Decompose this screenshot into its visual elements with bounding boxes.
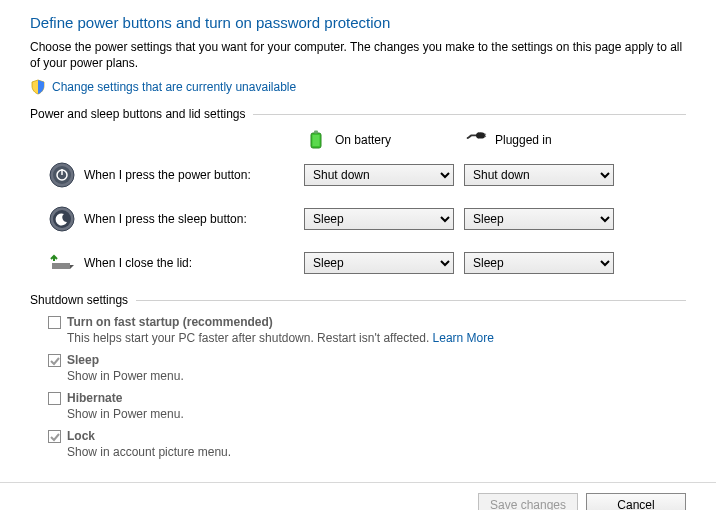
col-plugged-in-label: Plugged in — [495, 133, 552, 147]
close-lid-plugged-in-select[interactable]: Do nothingSleepHibernateShut down — [464, 252, 614, 274]
section-shutdown-settings-label: Shutdown settings — [30, 293, 128, 307]
row-sleep-button: When I press the sleep button: Do nothin… — [30, 205, 686, 233]
change-settings-link-row[interactable]: Change settings that are currently unava… — [30, 79, 686, 95]
divider — [136, 300, 686, 301]
close-lid-on-battery-select[interactable]: Do nothingSleepHibernateShut down — [304, 252, 454, 274]
row-power-button-label: When I press the power button: — [84, 168, 304, 182]
row-sleep-button-label: When I press the sleep button: — [84, 212, 304, 226]
battery-icon — [305, 129, 327, 151]
change-settings-link[interactable]: Change settings that are currently unava… — [52, 80, 296, 94]
sleep-button-icon — [48, 205, 76, 233]
column-headers: On battery Plugged in — [30, 129, 686, 151]
close-lid-icon — [48, 249, 76, 277]
footer-divider — [0, 482, 716, 483]
checkbox-fast-startup-row: Turn on fast startup (recommended) — [48, 315, 686, 329]
col-plugged-in: Plugged in — [465, 129, 615, 151]
checkbox-lock — [48, 430, 61, 443]
row-close-lid: When I close the lid: Do nothingSleepHib… — [30, 249, 686, 277]
svg-point-3 — [476, 133, 485, 139]
checkbox-hibernate-desc: Show in Power menu. — [48, 407, 686, 421]
svg-rect-2 — [313, 135, 320, 146]
power-button-on-battery-select[interactable]: Do nothingSleepHibernateShut down — [304, 164, 454, 186]
checkbox-sleep-label: Sleep — [67, 353, 99, 367]
checkbox-hibernate — [48, 392, 61, 405]
svg-rect-5 — [484, 137, 486, 138]
col-on-battery: On battery — [305, 129, 455, 151]
save-changes-button: Save changes — [478, 493, 578, 510]
learn-more-link[interactable]: Learn More — [433, 331, 494, 345]
checkbox-fast-startup-label: Turn on fast startup (recommended) — [67, 315, 273, 329]
checkbox-fast-startup-desc: This helps start your PC faster after sh… — [48, 331, 686, 345]
checkbox-sleep-desc: Show in Power menu. — [48, 369, 686, 383]
page-title: Define power buttons and turn on passwor… — [30, 14, 686, 31]
fast-startup-desc-text: This helps start your PC faster after sh… — [67, 331, 433, 345]
section-shutdown-settings: Shutdown settings — [30, 293, 686, 307]
cancel-button[interactable]: Cancel — [586, 493, 686, 510]
section-power-sleep-lid-label: Power and sleep buttons and lid settings — [30, 107, 245, 121]
svg-rect-1 — [314, 131, 318, 134]
plug-icon — [465, 129, 487, 151]
page-description: Choose the power settings that you want … — [30, 39, 686, 71]
power-button-icon — [48, 161, 76, 189]
row-power-button: When I press the power button: Do nothin… — [30, 161, 686, 189]
col-on-battery-label: On battery — [335, 133, 391, 147]
sleep-button-on-battery-select[interactable]: Do nothingSleepHibernateShut down — [304, 208, 454, 230]
svg-rect-4 — [484, 134, 486, 135]
checkbox-lock-row: Lock — [48, 429, 686, 443]
shield-icon — [30, 79, 46, 95]
checkbox-sleep — [48, 354, 61, 367]
divider — [253, 114, 686, 115]
footer-buttons: Save changes Cancel — [478, 493, 686, 510]
sleep-button-plugged-in-select[interactable]: Do nothingSleepHibernateShut down — [464, 208, 614, 230]
row-close-lid-label: When I close the lid: — [84, 256, 304, 270]
checkbox-lock-desc: Show in account picture menu. — [48, 445, 686, 459]
section-power-sleep-lid: Power and sleep buttons and lid settings — [30, 107, 686, 121]
checkbox-hibernate-row: Hibernate — [48, 391, 686, 405]
checkbox-sleep-row: Sleep — [48, 353, 686, 367]
checkbox-fast-startup — [48, 316, 61, 329]
power-button-plugged-in-select[interactable]: Do nothingSleepHibernateShut down — [464, 164, 614, 186]
checkbox-hibernate-label: Hibernate — [67, 391, 122, 405]
checkbox-lock-label: Lock — [67, 429, 95, 443]
